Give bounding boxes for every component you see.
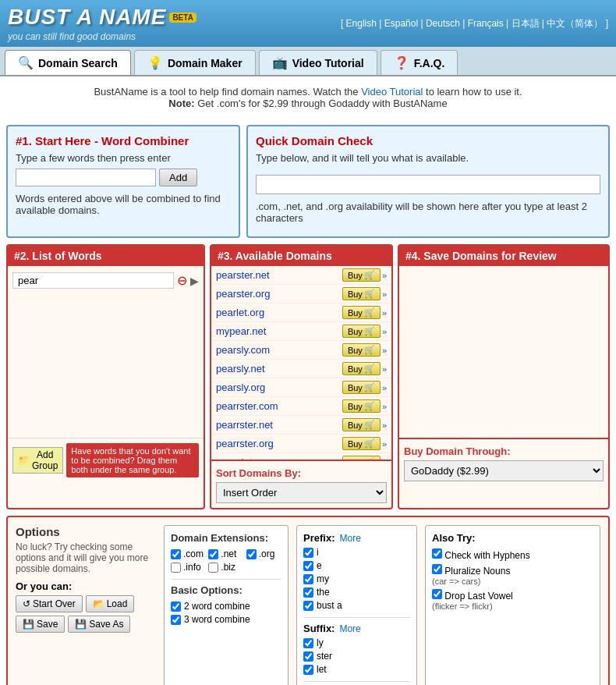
- domain-more-link[interactable]: »: [382, 402, 387, 411]
- intro-text: BustAName is a tool to help find domain …: [94, 86, 361, 98]
- word-arrow-icon[interactable]: ▶: [190, 275, 199, 287]
- domain-extensions-col: Domain Extensions: .com .net .org .info …: [164, 525, 289, 685]
- word-input[interactable]: [16, 169, 156, 186]
- prefix-more-link[interactable]: More: [339, 533, 360, 544]
- note-label: Note:: [168, 98, 194, 109]
- buy-domain-button[interactable]: Buy🛒: [342, 381, 381, 394]
- buy-domain-button[interactable]: Buy🛒: [342, 437, 381, 450]
- word-row: pear ⊖ ▶: [12, 271, 199, 290]
- lang-english[interactable]: English: [346, 18, 377, 29]
- ext-net[interactable]: .net: [208, 548, 243, 559]
- domain-more-link[interactable]: »: [382, 346, 387, 355]
- domain-name[interactable]: pearrster.net: [216, 419, 342, 431]
- lang-francais[interactable]: Français: [468, 18, 504, 29]
- load-button[interactable]: 📂 Load: [86, 595, 135, 612]
- prefix-label: Prefix: More: [303, 532, 410, 544]
- cart-icon: 🛒: [364, 457, 375, 460]
- domain-name[interactable]: mypear.net: [216, 325, 342, 337]
- prefix-e[interactable]: e: [303, 560, 410, 571]
- two-word-combine[interactable]: 2 word combine: [171, 601, 281, 612]
- cart-icon: 🛒: [364, 420, 375, 430]
- prefix-i[interactable]: i: [303, 547, 410, 558]
- domain-more-link[interactable]: »: [382, 458, 387, 460]
- tab-faq[interactable]: ❓ F.A.Q.: [381, 50, 458, 75]
- domain-name[interactable]: pearsly.org: [216, 382, 342, 393]
- domain-row: pearster.net Buy🛒 »: [211, 266, 391, 285]
- ext-biz[interactable]: .biz: [208, 562, 243, 573]
- tab-domain-search[interactable]: 🔍 Domain Search: [5, 50, 131, 75]
- domain-name[interactable]: pearrster.org: [216, 438, 342, 449]
- buy-domain-button[interactable]: Buy🛒: [342, 287, 381, 300]
- buy-domain-button[interactable]: Buy🛒: [342, 268, 381, 282]
- domain-more-link[interactable]: »: [382, 421, 387, 430]
- basic-options: Basic Options: 2 word combine 3 word com…: [171, 579, 281, 625]
- domain-more-link[interactable]: »: [382, 308, 387, 318]
- three-word-combine[interactable]: 3 word combine: [171, 614, 281, 625]
- domain-name[interactable]: pearsly.net: [216, 363, 342, 374]
- remove-word-button[interactable]: ⊖: [177, 273, 187, 288]
- tab-domain-maker[interactable]: 💡 Domain Maker: [134, 50, 256, 75]
- domain-name[interactable]: pearlet.org: [216, 307, 342, 318]
- sort-select[interactable]: Insert Order Alphabetical Length Extensi…: [216, 482, 387, 503]
- ext-com[interactable]: .com: [171, 548, 206, 559]
- domain-more-link[interactable]: »: [382, 327, 387, 336]
- domain-more-link[interactable]: »: [382, 383, 387, 392]
- load-icon: 📂: [93, 598, 104, 609]
- prefix-the[interactable]: the: [303, 587, 410, 598]
- add-word-button[interactable]: Add: [159, 169, 197, 186]
- word-combiner-title: #1. Start Here - Word Combiner: [16, 134, 231, 147]
- lang-japanese[interactable]: 日本語: [512, 18, 540, 29]
- domain-more-link[interactable]: »: [382, 289, 387, 299]
- domain-name[interactable]: pearsly.com: [216, 344, 342, 356]
- lang-espanol[interactable]: Español: [384, 18, 418, 29]
- refresh-icon: ↺: [23, 598, 30, 609]
- note-text: Get .com's for $2.99 through Godaddy wit…: [197, 98, 447, 109]
- buy-domain-button[interactable]: Buy🛒: [342, 343, 381, 357]
- prefix-my[interactable]: my: [303, 573, 410, 584]
- pluralize-sub: (car => cars): [432, 577, 510, 586]
- domain-name[interactable]: pearster.net: [216, 269, 342, 281]
- video-icon: 📺: [272, 55, 288, 70]
- question-icon: ❓: [394, 55, 409, 70]
- video-tutorial-link[interactable]: Video Tutorial: [361, 86, 423, 98]
- domain-name[interactable]: pearrster.com: [216, 400, 342, 412]
- add-group-button[interactable]: 📁 Add Group: [12, 447, 63, 474]
- buy-domain-button[interactable]: Buy🛒: [342, 325, 381, 338]
- suffix-more-link[interactable]: More: [339, 623, 360, 634]
- quick-check-hint: .com, .net, and .org availability will b…: [256, 201, 600, 224]
- word-combiner-helper: Words entered above will be combined to …: [16, 193, 231, 216]
- domain-name[interactable]: pearster.org: [216, 288, 342, 300]
- domain-name[interactable]: pearslet.com: [216, 456, 342, 460]
- prefix-busta[interactable]: bust a: [303, 600, 410, 611]
- cart-icon: 🛒: [364, 289, 375, 299]
- lang-chinese[interactable]: 中文（简体）: [547, 18, 603, 29]
- options-desc: No luck? Try checking some options and i…: [16, 541, 156, 574]
- domain-more-link[interactable]: »: [382, 439, 387, 449]
- buy-domain-button[interactable]: Buy🛒: [342, 399, 381, 413]
- save-panel: #4. Save Domains for Review Buy Domain T…: [398, 244, 610, 509]
- buy-domain-button[interactable]: Buy🛒: [342, 456, 381, 460]
- domain-more-link[interactable]: »: [382, 271, 387, 280]
- tab-video-tutorial[interactable]: 📺 Video Tutorial: [259, 50, 377, 75]
- domain-more-link[interactable]: »: [382, 364, 387, 374]
- ext-org[interactable]: .org: [246, 548, 281, 559]
- start-over-button[interactable]: ↺ Start Over: [16, 595, 83, 612]
- domain-ext-checkboxes: .com .net .org .info .biz: [171, 548, 281, 573]
- bulb-icon: 💡: [147, 55, 163, 70]
- intro-text2: to learn how to use it.: [423, 86, 522, 98]
- save-as-button[interactable]: 💾 Save As: [68, 616, 130, 633]
- suffix-let[interactable]: let: [303, 664, 410, 675]
- quick-check-input[interactable]: [256, 175, 600, 194]
- suffix-ster[interactable]: ster: [303, 651, 410, 662]
- save-button[interactable]: 💾 Save: [16, 616, 65, 633]
- suffix-ly[interactable]: ly: [303, 637, 410, 648]
- hyphen-option: Check with Hyphens: [432, 548, 593, 561]
- buy-domain-button[interactable]: Buy🛒: [342, 418, 381, 431]
- buy-through-select[interactable]: GoDaddy ($2.99) Namecheap Name.com: [404, 460, 604, 481]
- buy-domain-button[interactable]: Buy🛒: [342, 306, 381, 319]
- buy-domain-button[interactable]: Buy🛒: [342, 362, 381, 375]
- pluralize-option: Pluralize Nouns (car => cars): [432, 564, 593, 586]
- lang-deutsch[interactable]: Deutsch: [426, 18, 460, 29]
- domain-row: pearster.org Buy🛒 »: [211, 285, 391, 303]
- ext-info[interactable]: .info: [171, 562, 206, 573]
